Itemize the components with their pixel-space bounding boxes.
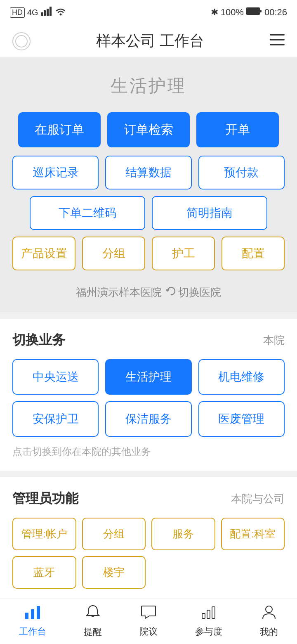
section-title: 生活护理	[111, 74, 186, 97]
nav-meeting-label: 院议	[139, 625, 158, 638]
business-grid: 中央运送 生活护理 机电维修 安保护卫 保洁服务 医废管理	[12, 359, 285, 437]
gold-row: 产品设置 分组 护工 配置	[12, 237, 285, 270]
svg-rect-16	[207, 610, 210, 618]
wifi-icon	[55, 7, 66, 18]
nav-workbench-label: 工作台	[19, 625, 46, 638]
biz-btn-cleaning[interactable]: 保洁服务	[105, 401, 191, 437]
bell-icon	[86, 605, 100, 623]
svg-rect-9	[270, 34, 285, 36]
time-display: 00:26	[264, 7, 287, 18]
settlement-button[interactable]: 结算数据	[105, 156, 191, 189]
nav-participation[interactable]: 参与度	[195, 605, 222, 638]
app-header: 样本公司 工作台	[0, 25, 297, 58]
admin-accounts-button[interactable]: 管理:帐户	[12, 518, 76, 550]
admin-config-dept-button[interactable]: 配置:科室	[221, 518, 285, 550]
switch-section: 切换业务 本院 中央运送 生活护理 机电维修 安保护卫 保洁服务 医废管理 点击…	[0, 319, 297, 471]
svg-rect-2	[47, 9, 49, 16]
svg-rect-12	[25, 613, 28, 619]
switch-title: 切换业务	[12, 331, 65, 349]
battery-percent: 100%	[221, 7, 244, 18]
biz-btn-waste[interactable]: 医废管理	[198, 401, 285, 437]
admin-title: 管理员功能	[12, 490, 78, 508]
nav-reminder[interactable]: 提醒	[84, 605, 102, 638]
switch-sub: 本院	[263, 333, 285, 348]
hospital-name: 福州演示样本医院	[76, 285, 162, 300]
user-icon	[262, 605, 276, 623]
avatar[interactable]	[12, 32, 31, 50]
nav-reminder-label: 提醒	[84, 626, 102, 638]
switch-hint: 点击切换到你在本院的其他业务	[12, 445, 285, 458]
svg-point-4	[59, 14, 61, 16]
search-orders-button[interactable]: 订单检索	[107, 112, 190, 147]
primary-btn-row: 在服订单 订单检索 开单	[12, 112, 285, 147]
new-order-button[interactable]: 开单	[196, 112, 279, 147]
admin-section-header: 管理员功能 本院与公司	[12, 490, 285, 508]
switch-section-header: 切换业务 本院	[12, 331, 285, 349]
admin-service-button[interactable]: 服务	[151, 518, 215, 550]
active-orders-button[interactable]: 在服订单	[18, 112, 101, 147]
status-bar: HD 4G ✱ 100% 00:26	[0, 0, 297, 25]
prepayment-button[interactable]: 预付款	[198, 156, 285, 189]
admin-row-1: 管理:帐户 分组 服务 配置:科室	[12, 518, 285, 550]
chart-line-icon	[201, 605, 216, 623]
admin-group-button[interactable]: 分组	[82, 518, 146, 550]
biz-btn-central-transport[interactable]: 中央运送	[12, 359, 99, 395]
battery-icon	[246, 7, 262, 18]
status-left: HD 4G	[10, 7, 66, 18]
svg-point-8	[16, 36, 27, 47]
svg-rect-6	[247, 8, 259, 14]
biz-btn-mechanical[interactable]: 机电维修	[198, 359, 285, 395]
biz-btn-security[interactable]: 安保护卫	[12, 401, 99, 437]
product-settings-button[interactable]: 产品设置	[12, 237, 75, 270]
status-right: ✱ 100% 00:26	[211, 7, 287, 18]
svg-rect-7	[260, 10, 262, 12]
svg-rect-0	[41, 12, 43, 16]
main-section: 生活护理 在服订单 订单检索 开单 巡床记录 结算数据 预付款 下单二维码 简明…	[0, 58, 297, 312]
nav-meeting[interactable]: 院议	[139, 605, 158, 638]
menu-icon[interactable]	[270, 33, 285, 49]
group-button[interactable]: 分组	[82, 237, 145, 270]
admin-section: 管理员功能 本院与公司 管理:帐户 分组 服务 配置:科室 蓝牙 楼宇	[0, 477, 297, 601]
signal-4g: 4G	[27, 8, 38, 17]
svg-rect-14	[37, 606, 40, 619]
signal-bars-icon	[41, 7, 52, 18]
bluetooth-icon: ✱	[211, 7, 218, 18]
svg-rect-11	[270, 44, 285, 45]
hd-badge: HD	[10, 7, 25, 18]
nurse-button[interactable]: 护工	[152, 237, 215, 270]
nav-workbench[interactable]: 工作台	[19, 605, 46, 638]
refresh-icon	[166, 286, 177, 299]
hospital-bar: 福州演示样本医院 切换医院	[76, 285, 221, 300]
svg-rect-15	[202, 613, 205, 618]
bed-records-button[interactable]: 巡床记录	[12, 156, 99, 189]
outline-row-1: 巡床记录 结算数据 预付款	[12, 156, 285, 189]
biz-btn-life-care[interactable]: 生活护理	[105, 359, 191, 395]
page-title: 样本公司 工作台	[96, 31, 204, 51]
switch-hospital-label: 切换医院	[178, 285, 221, 300]
config-button[interactable]: 配置	[222, 237, 285, 270]
bottom-nav: 工作台 提醒 院议 参与度 我的	[0, 599, 297, 644]
nav-mine[interactable]: 我的	[260, 605, 278, 638]
switch-hospital-link[interactable]: 切换医院	[166, 285, 221, 300]
admin-sub: 本院与公司	[231, 492, 285, 506]
workbench-icon	[25, 605, 40, 623]
svg-point-18	[266, 606, 272, 613]
svg-rect-3	[50, 7, 52, 16]
svg-rect-10	[270, 39, 285, 40]
guide-button[interactable]: 简明指南	[152, 196, 267, 230]
admin-row-2: 蓝牙 楼宇	[12, 556, 285, 589]
qr-code-button[interactable]: 下单二维码	[30, 196, 145, 230]
comment-icon	[141, 605, 156, 623]
admin-building-button[interactable]: 楼宇	[82, 556, 146, 589]
admin-bluetooth-button[interactable]: 蓝牙	[12, 556, 76, 589]
nav-mine-label: 我的	[260, 626, 278, 638]
nav-participation-label: 参与度	[195, 625, 222, 638]
outline-row-2: 下单二维码 简明指南	[12, 196, 285, 230]
svg-rect-1	[44, 10, 46, 16]
svg-rect-13	[31, 609, 34, 619]
svg-rect-17	[212, 607, 215, 618]
